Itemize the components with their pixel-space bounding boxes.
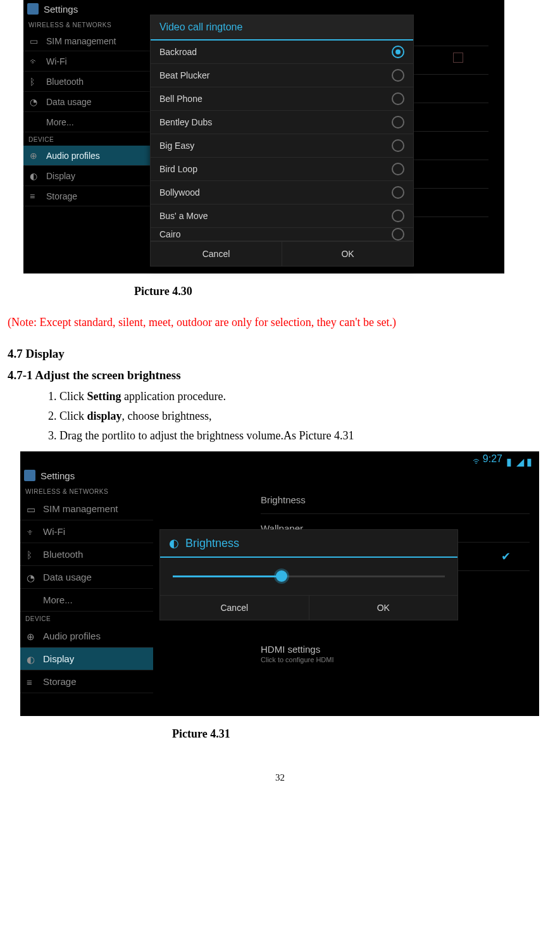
brightness-icon: ◐ [169, 536, 179, 550]
dialog-title: Video call ringtone [151, 15, 413, 41]
slider-thumb[interactable] [276, 570, 287, 582]
screenshot-picture-4-31: ᯤ 9:27 ▮ ◢ ▮ Settings WIRELESS & NETWORK… [20, 451, 539, 716]
sidebar-item-more[interactable]: More... [20, 589, 153, 612]
blank-icon [30, 117, 40, 127]
wifi-icon: ᯤ [27, 527, 37, 537]
sidebar-item-audio-profiles[interactable]: ⊕Audio profiles [23, 146, 150, 166]
settings-icon [24, 470, 35, 481]
signal-icon: ▮ [506, 456, 513, 462]
step-item: Click Setting application procedure. [59, 390, 552, 403]
sidebar-item-sim[interactable]: ▭SIM management [20, 498, 153, 520]
subsection-heading: 4.7-1 Adjust the screen brightness [8, 368, 552, 382]
dialog-buttons: Cancel OK [160, 595, 457, 620]
ok-button[interactable]: OK [282, 242, 413, 266]
radio-icon[interactable] [392, 92, 404, 105]
screenshot-picture-4-30: Settings WIRELESS & NETWORKS ▭SIM manage… [23, 0, 504, 273]
section-wireless: WIRELESS & NETWORKS [20, 484, 153, 498]
main-item-hdmi[interactable]: HDMI settings Click to configure HDMI [261, 644, 334, 663]
battery-icon: ▮ [526, 456, 533, 462]
wifi-icon: ᯤ [30, 56, 40, 66]
ringtone-option[interactable]: Beat Plucker [151, 64, 413, 87]
radio-icon[interactable] [392, 116, 404, 129]
ringtone-option[interactable]: Bentley Dubs [151, 111, 413, 134]
sidebar-item-data-usage[interactable]: ◔Data usage [23, 92, 150, 112]
radio-icon[interactable] [392, 69, 404, 82]
app-title-bar: Settings [23, 0, 150, 18]
ringtone-option[interactable]: Bell Phone [151, 87, 413, 111]
storage-icon: ≡ [27, 677, 37, 687]
section-wireless: WIRELESS & NETWORKS [23, 18, 150, 31]
ringtone-option[interactable]: Big Easy [151, 134, 413, 158]
ringtone-option[interactable]: Bollywood [151, 181, 413, 204]
data-usage-icon: ◔ [27, 572, 37, 582]
app-title-bar: Settings [20, 467, 153, 484]
dialog-buttons: Cancel OK [151, 241, 413, 266]
radio-selected-icon[interactable] [392, 46, 404, 58]
settings-sidebar: Settings WIRELESS & NETWORKS ▭SIM manage… [23, 0, 150, 273]
steps-list: Click Setting application procedure. Cli… [59, 390, 552, 443]
step-item: Click display, choose brightness, [59, 410, 552, 423]
blank-icon [27, 595, 37, 605]
sidebar-item-display[interactable]: ◐Display [20, 648, 153, 670]
display-icon: ◐ [27, 654, 37, 664]
step-item: Drag the portlito to adjust the brightne… [59, 429, 552, 443]
page-number: 32 [8, 772, 552, 796]
bluetooth-icon: ᛒ [30, 77, 40, 87]
radio-icon[interactable] [392, 163, 404, 175]
ringtone-option[interactable]: Cairo [151, 228, 413, 241]
storage-icon: ≡ [30, 191, 40, 201]
data-usage-icon: ◔ [30, 97, 40, 107]
slider-fill [173, 575, 282, 577]
section-device: DEVICE [23, 132, 150, 146]
sidebar-item-data-usage[interactable]: ◔Data usage [20, 566, 153, 589]
sidebar-item-bluetooth[interactable]: ᛒBluetooth [23, 72, 150, 92]
cancel-button[interactable]: Cancel [160, 596, 309, 620]
ringtone-option[interactable]: Backroad [151, 41, 413, 64]
sidebar-item-more[interactable]: More... [23, 112, 150, 132]
section-device: DEVICE [20, 612, 153, 625]
audio-icon: ⊕ [27, 631, 37, 641]
brightness-slider[interactable] [160, 558, 457, 595]
bluetooth-icon: ᛒ [27, 550, 37, 560]
brightness-dialog: ◐ Brightness Cancel OK [159, 529, 458, 620]
note-text: (Note: Except standard, silent, meet, ou… [8, 316, 552, 329]
section-heading: 4.7 Display [8, 347, 552, 361]
sidebar-item-display[interactable]: ◐Display [23, 166, 150, 186]
cancel-button[interactable]: Cancel [151, 242, 282, 266]
wifi-status-icon: ᯤ [473, 456, 479, 462]
main-item-brightness[interactable]: Brightness [261, 486, 530, 514]
settings-icon [27, 3, 39, 15]
caption-4-31: Picture 4.31 [172, 727, 552, 741]
sim-icon: ▭ [30, 36, 40, 46]
sim-icon: ▭ [27, 504, 37, 514]
ringtone-option[interactable]: Bus' a Move [151, 204, 413, 228]
radio-icon[interactable] [392, 186, 404, 199]
sidebar-item-audio-profiles[interactable]: ⊕Audio profiles [20, 625, 153, 648]
ringtone-dialog: Video call ringtone Backroad Beat Plucke… [150, 15, 414, 267]
audio-icon: ⊕ [30, 151, 40, 161]
display-icon: ◐ [30, 171, 40, 181]
sidebar-item-bluetooth[interactable]: ᛒBluetooth [20, 543, 153, 566]
app-title: Settings [44, 4, 78, 15]
sidebar-item-sim[interactable]: ▭SIM management [23, 31, 150, 51]
status-bar: ᯤ 9:27 ▮ ◢ ▮ [20, 451, 539, 467]
app-title: Settings [40, 470, 75, 481]
sidebar-item-storage[interactable]: ≡Storage [23, 186, 150, 206]
clock: 9:27 [483, 453, 502, 465]
signal-icon: ◢ [516, 456, 523, 462]
sidebar-item-wifi[interactable]: ᯤWi-Fi [23, 51, 150, 72]
slider-track [173, 575, 445, 577]
radio-icon[interactable] [392, 210, 404, 222]
settings-sidebar: Settings WIRELESS & NETWORKS ▭SIM manage… [20, 467, 153, 716]
sidebar-item-wifi[interactable]: ᯤWi-Fi [20, 520, 153, 543]
ok-button[interactable]: OK [309, 596, 458, 620]
dialog-title: ◐ Brightness [160, 530, 457, 558]
sidebar-item-storage[interactable]: ≡Storage [20, 670, 153, 693]
ringtone-option[interactable]: Bird Loop [151, 158, 413, 181]
checkbox-placeholder[interactable] [453, 53, 463, 63]
radio-icon[interactable] [392, 228, 404, 241]
caption-4-30: Picture 4.30 [134, 285, 552, 298]
radio-icon[interactable] [392, 139, 404, 152]
checkmark-icon: ✔ [501, 550, 511, 563]
